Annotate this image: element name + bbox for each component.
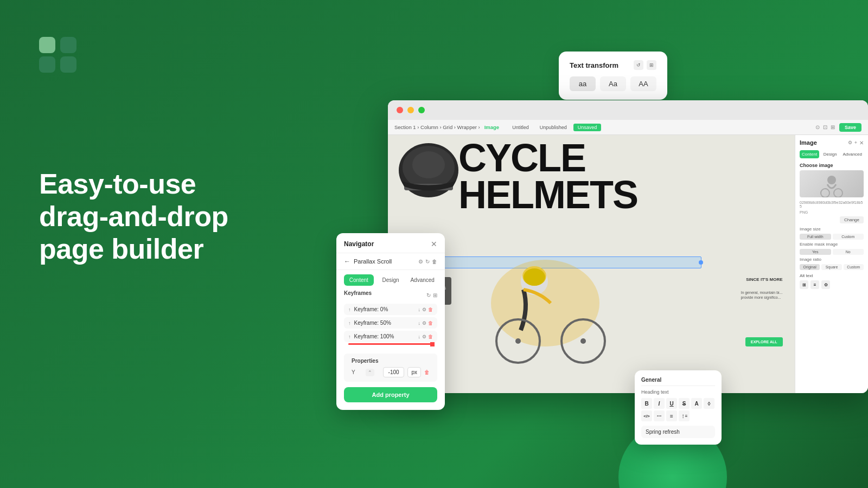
enable-mask-label: Enable mask image [800,242,838,247]
hero-line3: page builder [39,233,228,266]
property-key-label: Y [352,369,362,375]
property-stepper[interactable]: ⌃ [366,369,374,376]
window-minimize-dot[interactable] [407,107,414,113]
tab-unsaved[interactable]: Unsaved [573,124,602,131]
panel-icon-settings[interactable]: ⚙ [821,280,830,289]
property-unit: px [407,367,421,377]
preview-main: CYCLE HELMETS [388,135,795,393]
size-custom[interactable]: Custom [833,234,864,240]
property-value-input[interactable]: -100 [383,367,405,377]
change-image-button[interactable]: Change [840,216,864,223]
logo-block-2 [60,37,76,53]
mask-yes[interactable]: Yes [800,249,831,255]
panel-tab-content[interactable]: Content [800,150,819,158]
highlight-button[interactable]: ◊ [704,398,714,409]
hero-line2: drag-and-drop [39,201,228,233]
window-close-dot[interactable] [397,107,403,113]
save-button[interactable]: Save [839,123,861,132]
nav-tab-design[interactable]: Design [376,274,406,286]
kf100-up-icon[interactable]: ↑ [348,334,351,339]
properties-section: Properties Y ⌃ -100 px 🗑 [344,354,437,382]
kf50-edit-icon[interactable]: ⚙ [422,320,426,326]
color-button[interactable]: A [691,398,702,409]
sel-handle-right[interactable] [699,260,703,265]
kf0-up-icon[interactable]: ↑ [348,307,351,312]
kf100-delete-icon[interactable]: 🗑 [428,334,433,339]
toolbar-icon-3[interactable]: ⊞ [831,124,835,130]
toolbar-icon-2[interactable]: ⊡ [823,124,827,130]
kf100-edit-icon[interactable]: ⚙ [422,334,426,339]
nav-back-arrow-icon[interactable]: ← [344,258,350,265]
mask-no[interactable]: No [833,249,864,255]
nav-back-row: ← Parallax Scroll ⚙ ↻ 🗑 [336,253,445,270]
code-button[interactable]: </> [641,410,652,421]
size-full-width[interactable]: Full width [800,234,831,240]
kf100-down-icon[interactable]: ↓ [418,334,421,339]
svg-point-12 [827,176,836,184]
heading-text-input[interactable]: Spring refresh [641,426,715,438]
keyframes-icon-2[interactable]: ⊞ [433,292,437,298]
panel-close-icon[interactable]: ✕ [859,140,864,146]
ratio-square[interactable]: Square [821,264,841,270]
panel-settings-icon[interactable]: ⚙ [848,140,852,145]
hero-line1: Easy-to-use [39,168,228,201]
panel-icon-grid[interactable]: ⊞ [800,280,808,289]
panel-tabs: Content Design Advanced [800,150,864,158]
cyclist-area [437,238,643,393]
explore-button[interactable]: EXPLORE ALL [745,337,783,346]
nav-tab-advanced[interactable]: Advanced [407,274,437,286]
tab-untitled[interactable]: Untitled [508,124,533,131]
nav-icon-2[interactable]: ↻ [425,259,430,265]
panel-icon-list[interactable]: ≡ [810,280,819,289]
nav-tabs: Content Design Advanced [336,270,445,290]
kf0-down-icon[interactable]: ↓ [418,307,421,312]
tt-options: aa Aa AA [570,76,656,91]
nav-tab-content[interactable]: Content [344,274,374,286]
tt-option-aa-cap[interactable]: Aa [600,76,626,91]
tt-menu-icon[interactable]: ⊞ [647,60,656,70]
window-maximize-dot[interactable] [418,107,425,113]
tab-unpublished[interactable]: Unpublished [535,124,571,131]
panel-tab-advanced[interactable]: Advanced [841,150,864,158]
hero-text: Easy-to-use drag-and-drop page builder [39,168,228,265]
choose-image-title: Choose image [800,163,864,168]
toolbar-icon-1[interactable]: ⊙ [815,124,820,130]
nav-icon-3[interactable]: 🗑 [432,259,437,265]
kf50-up-icon[interactable]: ↑ [348,320,351,326]
italic-button[interactable]: I [654,398,665,409]
ratio-options-row: Original Square Custom [800,264,864,270]
add-property-button[interactable]: Add property [344,387,437,402]
keyframe-row-100-container: ↑ Keyframe: 100% ↓ ⚙ 🗑 [344,331,437,348]
align-left-button[interactable]: ≡ [666,410,677,421]
logo [39,37,78,73]
kf0-edit-icon[interactable]: ⚙ [422,307,426,312]
kf50-down-icon[interactable]: ↓ [418,320,421,326]
align-right-button[interactable]: ⋮≡ [679,410,690,421]
more-button[interactable]: ··· [654,410,665,421]
image-size-row: Image size [800,227,864,232]
tt-reset-icon[interactable]: ↺ [634,60,643,70]
navigator-floating-panel: Navigator ✕ ← Parallax Scroll ⚙ ↻ 🗑 Cont… [336,233,445,410]
bold-button[interactable]: B [641,398,652,409]
property-delete-icon[interactable]: 🗑 [424,369,430,375]
strikethrough-button[interactable]: S [679,398,690,409]
tt-option-aa[interactable]: aa [570,76,596,91]
nav-panel-close-icon[interactable]: ✕ [431,240,437,248]
browser-window: Section 1 › Column › Grid › Wrapper › Im… [388,100,868,393]
kf50-label: Keyframe: 50% [354,320,415,326]
kf0-delete-icon[interactable]: 🗑 [428,307,433,312]
breadcrumb: Section 1 › Column › Grid › Wrapper › [394,124,480,130]
alt-text-label: Alt text [800,273,864,278]
underline-button[interactable]: U [666,398,677,409]
panel-tab-design[interactable]: Design [820,150,840,158]
tt-option-AA[interactable]: AA [630,76,656,91]
panel-add-icon[interactable]: + [854,140,857,145]
mask-options-row: Yes No [800,249,864,255]
ratio-original[interactable]: Original [800,264,820,270]
logo-block-3 [39,56,55,73]
ratio-custom[interactable]: Custom [844,264,864,270]
keyframe-row-50: ↑ Keyframe: 50% ↓ ⚙ 🗑 [344,317,437,329]
keyframes-icon-1[interactable]: ↻ [426,292,431,298]
kf50-delete-icon[interactable]: 🗑 [428,320,433,326]
nav-icon-1[interactable]: ⚙ [418,259,423,265]
